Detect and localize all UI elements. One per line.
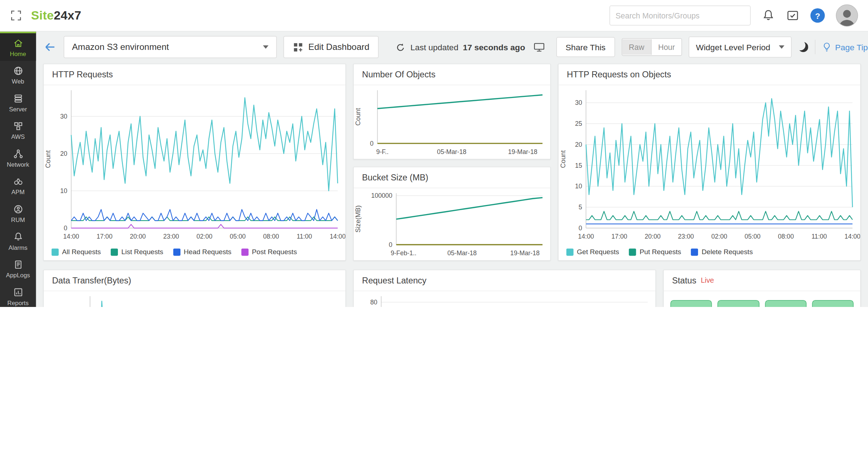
status-title: Status bbox=[672, 270, 696, 291]
svg-text:02:00: 02:00 bbox=[711, 233, 727, 240]
reports-chart-icon bbox=[12, 287, 24, 298]
aws-cubes-icon bbox=[12, 121, 24, 132]
widget-title: Data Transfer(Bytes) bbox=[44, 270, 345, 291]
granularity-raw[interactable]: Raw bbox=[622, 39, 651, 55]
sidebar-item-label: Home bbox=[10, 50, 26, 57]
sidebar-item-label: AppLogs bbox=[6, 272, 30, 278]
granularity-hour[interactable]: Hour bbox=[651, 39, 681, 55]
sidebar-item-rum[interactable]: RUM bbox=[0, 199, 36, 227]
svg-text:30: 30 bbox=[60, 113, 68, 120]
sidebar-item-label: RUM bbox=[11, 217, 25, 223]
inbox-check-icon[interactable] bbox=[786, 9, 799, 22]
svg-text:5: 5 bbox=[579, 204, 582, 211]
svg-text:9-F..: 9-F.. bbox=[376, 148, 388, 155]
main-content: Amazon S3 environment Edit Dashboard Las… bbox=[36, 31, 868, 307]
legend-label: Head Requests bbox=[184, 248, 231, 256]
svg-text:20: 20 bbox=[60, 150, 68, 157]
share-this-button[interactable]: Share This bbox=[556, 37, 615, 57]
svg-text:02:00: 02:00 bbox=[196, 233, 212, 240]
edit-dashboard-button[interactable]: Edit Dashboard bbox=[284, 36, 379, 58]
legend-item[interactable]: Head Requests bbox=[173, 248, 231, 256]
search-input[interactable] bbox=[609, 5, 750, 25]
page-tips-button[interactable]: Page Tips bbox=[822, 42, 868, 52]
svg-text:10: 10 bbox=[60, 187, 68, 195]
legend-item[interactable]: Delete Requests bbox=[691, 248, 753, 256]
back-arrow-icon[interactable] bbox=[43, 40, 57, 54]
user-avatar[interactable] bbox=[836, 4, 858, 26]
svg-text:Count: Count bbox=[559, 150, 567, 168]
rum-user-globe-icon bbox=[12, 204, 24, 215]
dashboard-select-value: Amazon S3 environment bbox=[72, 42, 169, 52]
status-tile[interactable] bbox=[671, 300, 712, 307]
svg-text:Count: Count bbox=[44, 150, 52, 168]
sidebar-item-applogs[interactable]: AppLogs bbox=[0, 255, 36, 282]
svg-text:0: 0 bbox=[579, 225, 582, 232]
sidebar-item-aws[interactable]: AWS bbox=[0, 116, 36, 144]
status-tile[interactable] bbox=[718, 300, 759, 307]
legend-swatch bbox=[629, 248, 636, 256]
svg-text:15: 15 bbox=[575, 162, 582, 169]
svg-text:25: 25 bbox=[575, 120, 582, 127]
site24x7-logo[interactable]: Site24x7 bbox=[31, 8, 81, 23]
bucket-size-chart: 01000009-Feb-1..05-Mar-1819-Mar-18Size(M… bbox=[354, 188, 550, 260]
legend-swatch bbox=[691, 248, 698, 256]
sidebar-item-home[interactable]: Home bbox=[0, 31, 36, 61]
svg-text:08:00: 08:00 bbox=[778, 233, 794, 240]
request-latency-chart: 2040608014:0017:0020:0023:0002:0005:0008… bbox=[354, 291, 655, 307]
status-tile[interactable] bbox=[812, 300, 854, 307]
svg-text:11:00: 11:00 bbox=[297, 233, 312, 240]
legend-item[interactable]: Get Requests bbox=[566, 248, 619, 256]
edit-dashboard-label: Edit Dashboard bbox=[309, 42, 370, 52]
notifications-bell-icon[interactable] bbox=[762, 9, 775, 22]
svg-text:14:00: 14:00 bbox=[844, 233, 860, 240]
sidebar-item-apm[interactable]: APM bbox=[0, 172, 36, 200]
legend-item[interactable]: All Requests bbox=[51, 248, 101, 256]
widget-level-period-select[interactable]: Widget Level Period bbox=[689, 37, 792, 57]
sidebar-item-label: APM bbox=[11, 189, 24, 195]
svg-text:14:00: 14:00 bbox=[63, 233, 79, 240]
display-monitor-icon[interactable] bbox=[533, 42, 545, 53]
svg-text:19-Mar-18: 19-Mar-18 bbox=[508, 148, 537, 155]
sidebar-item-alarms[interactable]: Alarms bbox=[0, 227, 36, 255]
sidebar-item-network[interactable]: Network bbox=[0, 144, 36, 172]
widget-title: HTTP Requests bbox=[44, 64, 345, 85]
divider bbox=[815, 40, 816, 54]
chevron-down-icon bbox=[779, 46, 784, 49]
logo-text-site: Site bbox=[31, 8, 54, 22]
last-updated-value: 17 seconds ago bbox=[463, 42, 525, 52]
sidebar-item-web[interactable]: Web bbox=[0, 61, 36, 89]
legend-item[interactable]: Put Requests bbox=[629, 248, 681, 256]
status-tile[interactable] bbox=[765, 300, 807, 307]
share-this-label: Share This bbox=[566, 42, 606, 52]
svg-text:20: 20 bbox=[575, 141, 582, 148]
help-icon[interactable]: ? bbox=[810, 8, 825, 23]
svg-text:23:00: 23:00 bbox=[678, 233, 694, 240]
svg-text:14:00: 14:00 bbox=[330, 233, 345, 240]
http-requests-on-objects-legend: Get RequestsPut RequestsDelete Requests bbox=[566, 244, 857, 260]
edit-dashboard-grid-icon bbox=[293, 42, 303, 52]
dark-mode-moon-icon[interactable] bbox=[799, 42, 809, 52]
app: Site24x7 ? Home bbox=[0, 0, 868, 307]
expand-icon[interactable] bbox=[10, 9, 22, 22]
avatar-silhouette-icon bbox=[837, 6, 858, 27]
legend-label: Put Requests bbox=[640, 248, 681, 256]
legend-swatch bbox=[111, 248, 118, 256]
svg-text:05-Mar-18: 05-Mar-18 bbox=[437, 148, 466, 155]
widget-request-latency: Request Latency 2040608014:0017:0020:002… bbox=[353, 270, 656, 307]
svg-text:30: 30 bbox=[575, 99, 582, 106]
http-requests-legend: All RequestsList RequestsHead RequestsPo… bbox=[51, 244, 342, 260]
widget-bucket-size: Bucket Size (MB) 01000009-Feb-1..05-Mar-… bbox=[353, 167, 551, 261]
widget-level-period-label: Widget Level Period bbox=[696, 42, 770, 52]
legend-label: List Requests bbox=[121, 248, 163, 256]
granularity-toggle: Raw Hour bbox=[622, 38, 682, 56]
legend-item[interactable]: Post Requests bbox=[241, 248, 297, 256]
legend-item[interactable]: List Requests bbox=[111, 248, 163, 256]
dashboard-select[interactable]: Amazon S3 environment bbox=[64, 36, 277, 58]
sidebar-item-server[interactable]: Server bbox=[0, 89, 36, 116]
svg-text:100000: 100000 bbox=[371, 192, 392, 199]
refresh-icon[interactable] bbox=[395, 42, 406, 52]
live-badge: Live bbox=[701, 270, 714, 291]
chevron-down-icon bbox=[263, 46, 268, 49]
svg-text:17:00: 17:00 bbox=[97, 233, 112, 240]
sidebar-item-reports[interactable]: Reports bbox=[0, 282, 36, 307]
